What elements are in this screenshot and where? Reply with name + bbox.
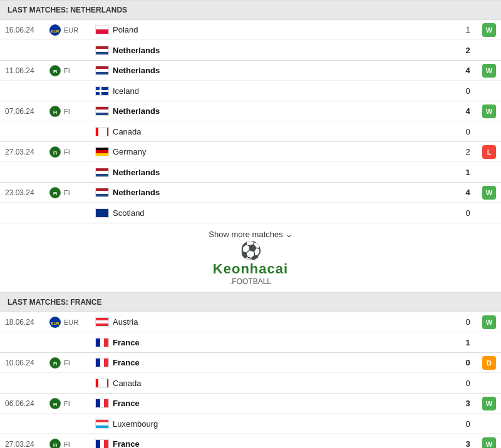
score1: 2 [458,147,477,156]
comp-col: FI FI [49,105,93,118]
show-more-section: Show more matches ⌄ ⚽ Keonhacai .FOOTBAL… [0,223,501,292]
comp-label: EUR [64,26,78,34]
score2: 0 [458,208,477,218]
netherlands-matches: 16.06.24 EUR EUR Poland 1 W [0,20,501,223]
team1-name: Netherlands [113,188,160,197]
team1-col: Netherlands [93,188,458,197]
result-col: W [477,437,496,449]
flag-ca [95,127,109,136]
score1: 0 [458,358,477,367]
match-row-2: Luxembourg 0 [0,414,501,434]
result-col: W [477,397,496,410]
team2-col: Luxembourg [93,419,458,429]
team1-name: France [113,439,140,448]
result-badge: W [482,23,496,37]
result-col: W [477,186,496,200]
match-date: 27.03.24 [5,148,49,156]
match-row: 06.06.24 FI FI France 3 W [0,394,501,414]
match-pair: 18.06.24 EUR EUR Austria 0 W [0,312,501,353]
svg-text:FI: FI [53,110,57,115]
flag-ca [95,379,109,388]
netherlands-section: LAST MATCHES: NETHERLANDS 16.06.24 EUR E… [0,0,501,223]
comp-col: EUR EUR [49,316,93,328]
team2-name: Luxembourg [113,419,158,429]
france-header: LAST MATCHES: FRANCE [0,292,501,312]
match-date: 10.06.24 [5,359,49,367]
result-badge: D [482,356,496,370]
score2: 0 [458,379,477,388]
flag-is [95,86,109,96]
result-badge: W [482,64,496,78]
comp-col: EUR EUR [49,24,93,36]
comp-label: FI [64,359,70,367]
comp-label: FI [64,189,70,196]
team1-name: Netherlands [113,66,160,75]
result-col: W [477,104,496,118]
match-row-2: Iceland 0 [0,81,501,101]
match-row-2: France 1 [0,332,501,352]
result-col: W [477,23,496,37]
flag-lu [95,419,109,429]
flag-at [95,317,109,327]
team1-col: Austria [93,317,458,327]
flag-fr [95,338,109,347]
match-row-2: Scotland 0 [0,203,501,223]
score1: 1 [458,25,477,34]
result-col: D [477,356,496,370]
result-col: L [477,145,496,159]
match-pair: 10.06.24 FI FI France 0 D [0,353,501,394]
svg-text:FI: FI [53,151,57,155]
flag-nl [95,46,109,55]
result-badge: W [482,186,496,200]
team2-name: Canada [113,379,142,388]
team2-name: Netherlands [113,46,160,55]
match-pair: 11.06.24 FI FI Netherlands 4 W [0,61,501,101]
match-row: 27.03.24 FI FI France 3 W [0,434,501,448]
result-badge: W [482,397,496,410]
flag-sc [95,208,109,218]
match-date: 27.03.24 [5,440,49,449]
flag-fr [95,439,109,448]
score2: 1 [458,168,477,177]
team2-col: Netherlands [93,46,458,55]
team2-col: Iceland [93,86,458,96]
team2-col: Canada [93,379,458,388]
score1: 3 [458,399,477,408]
score2: 0 [458,86,477,96]
score1: 3 [458,439,477,448]
team1-name: France [113,358,140,367]
comp-col: FI FI [49,357,93,369]
chevron-down-icon: ⌄ [286,230,292,239]
team1-name: Netherlands [113,106,160,116]
comp-label: FI [64,67,70,74]
team1-col: France [93,399,458,408]
match-row-2: Netherlands 1 [0,162,501,182]
show-more-link[interactable]: Show more matches ⌄ [209,230,292,239]
logo-subtitle: .FOOTBALL [230,277,271,286]
score2: 2 [458,46,477,55]
flag-nl [95,188,109,197]
team1-name: Austria [113,317,138,327]
comp-label: EUR [64,318,78,326]
team1-col: Netherlands [93,66,458,75]
logo-figure: ⚽ [240,240,262,261]
match-row: 07.06.24 FI FI Netherlands 4 W [0,101,501,121]
result-badge: W [482,104,496,118]
match-date: 11.06.24 [5,66,49,75]
match-row: 18.06.24 EUR EUR Austria 0 W [0,312,501,332]
match-date: 23.03.24 [5,188,49,197]
score1: 4 [458,188,477,197]
match-row-2: Netherlands 2 [0,40,501,60]
team2-name: France [113,338,140,347]
score1: 0 [458,317,477,327]
match-row-2: Canada 0 [0,373,501,393]
comp-label: FI [64,108,70,115]
match-date: 07.06.24 [5,107,49,116]
flag-de [95,147,109,156]
comp-col: FI FI [49,146,93,158]
match-row: 23.03.24 FI FI Netherlands 4 W [0,183,501,203]
team2-name: Netherlands [113,168,160,177]
team2-col: France [93,338,458,347]
comp-label: FI [64,148,70,156]
team2-col: Canada [93,127,458,136]
